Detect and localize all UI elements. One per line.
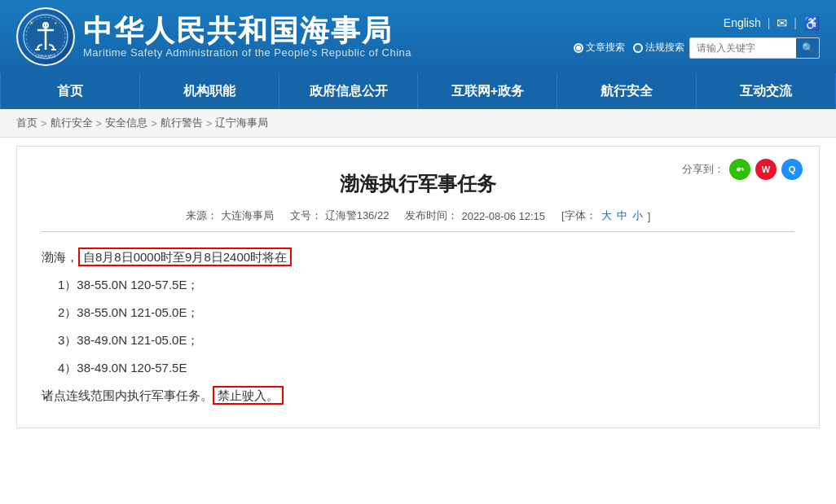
font-large-btn[interactable]: 大 [601,208,612,223]
nav-interaction[interactable]: 互动交流 [697,73,836,109]
nav-organization[interactable]: 机构职能 [140,73,279,109]
header-links: English | ✉ | ♿ [724,15,820,31]
font-size-controls: [字体： 大 中 小 ] [561,208,650,223]
coord-3: 3）38-49.0N 121-05.0E； [42,328,794,353]
outro-text: 诸点连线范围内执行军事任务。 [42,388,213,402]
sep1: > [41,117,47,129]
meta-source: 来源：大连海事局 [186,208,274,223]
search-area: 文章搜索 法规搜索 🔍 [574,37,820,59]
highlight-dates: 自8月8日0000时至9月8日2400时将在 [78,248,292,266]
logo-text: 中华人民共和国海事局 Maritime Safety Administratio… [83,15,411,59]
share-bar: 分享到： W Q [682,159,803,180]
breadcrumb-home[interactable]: 首页 [16,116,37,130]
sep4: > [206,117,213,129]
search-input[interactable] [690,39,796,57]
header-right: English | ✉ | ♿ 文章搜索 法规搜索 🔍 [574,15,836,59]
site-subtitle: Maritime Safety Administration of the Pe… [83,46,411,59]
coord-2: 2）38-55.0N 121-05.0E； [42,300,794,325]
nav-internet-gov[interactable]: 互联网+政务 [418,73,557,109]
svg-point-10 [737,169,738,169]
search-radio-group: 文章搜索 法规搜索 [574,41,684,55]
intro-paragraph: 渤海，自8月8日0000时至9月8日2400时将在 [42,245,794,270]
content-area: 分享到： W Q 渤海执行军事任务 来源：大连海事局 文号：辽海警136/22 … [0,138,836,445]
article-body: 渤海，自8月8日0000时至9月8日2400时将在 1）38-55.0N 120… [42,245,794,408]
accessibility-icon[interactable]: ♿ [803,15,820,31]
nav-navigation-safety[interactable]: 航行安全 [557,73,697,109]
header: ★ ★ CHINA MSA 中华人民共和国海事局 Maritime Safety… [0,0,836,73]
email-icon[interactable]: ✉ [777,15,787,31]
breadcrumb: 首页 > 航行安全 > 安全信息 > 航行警告 > 辽宁海事局 [0,109,836,138]
breadcrumb-safety-info[interactable]: 安全信息 [105,116,147,130]
svg-text:CHINA MSA: CHINA MSA [36,55,56,59]
radio-regulation[interactable]: 法规搜索 [633,41,684,55]
svg-text:★: ★ [29,20,33,25]
outro-paragraph: 诸点连线范围内执行军事任务。禁止驶入。 [42,383,794,408]
share-weibo-button[interactable]: W [755,159,777,180]
divider2: | [794,16,797,29]
logo-area: ★ ★ CHINA MSA 中华人民共和国海事局 Maritime Safety… [0,7,574,66]
site-title: 中华人民共和国海事局 [83,15,411,47]
svg-point-11 [739,169,740,169]
coord-4: 4）38-49.0N 120-57.5E [42,356,794,380]
font-small-btn[interactable]: 小 [632,208,643,223]
meta-publish-time: 发布时间：2022-08-06 12:15 [405,208,545,223]
breadcrumb-nav-warning[interactable]: 航行警告 [161,116,203,130]
search-button[interactable]: 🔍 [796,38,819,58]
highlight-ban: 禁止驶入。 [213,386,284,405]
divider1: | [768,16,771,29]
share-wechat-button[interactable] [729,159,750,180]
radio-article-dot [574,43,583,53]
logo-inner: ★ ★ CHINA MSA [18,9,73,64]
article-box: 分享到： W Q 渤海执行军事任务 来源：大连海事局 文号：辽海警136/22 … [16,146,820,428]
article-meta: 来源：大连海事局 文号：辽海警136/22 发布时间：2022-08-06 12… [42,208,794,232]
share-qq-button[interactable]: Q [781,159,803,180]
breadcrumb-nav-safety[interactable]: 航行安全 [51,116,93,130]
nav-home[interactable]: 首页 [0,73,140,109]
search-box: 🔍 [689,37,820,59]
sep2: > [96,117,103,129]
radio-article[interactable]: 文章搜索 [574,41,625,55]
nav-bar: 首页 机构职能 政府信息公开 互联网+政务 航行安全 互动交流 [0,73,836,109]
font-mid-btn[interactable]: 中 [617,208,627,223]
coord-1: 1）38-55.0N 120-57.5E； [42,273,794,297]
nav-government-info[interactable]: 政府信息公开 [279,73,419,109]
sep3: > [151,117,157,129]
radio-regulation-dot [633,43,643,53]
breadcrumb-liaoning[interactable]: 辽宁海事局 [215,116,268,130]
share-label: 分享到： [682,162,724,177]
english-link[interactable]: English [724,16,761,29]
logo-emblem: ★ ★ CHINA MSA [16,7,75,66]
meta-docno: 文号：辽海警136/22 [290,208,389,223]
intro-text: 渤海， [42,250,78,264]
